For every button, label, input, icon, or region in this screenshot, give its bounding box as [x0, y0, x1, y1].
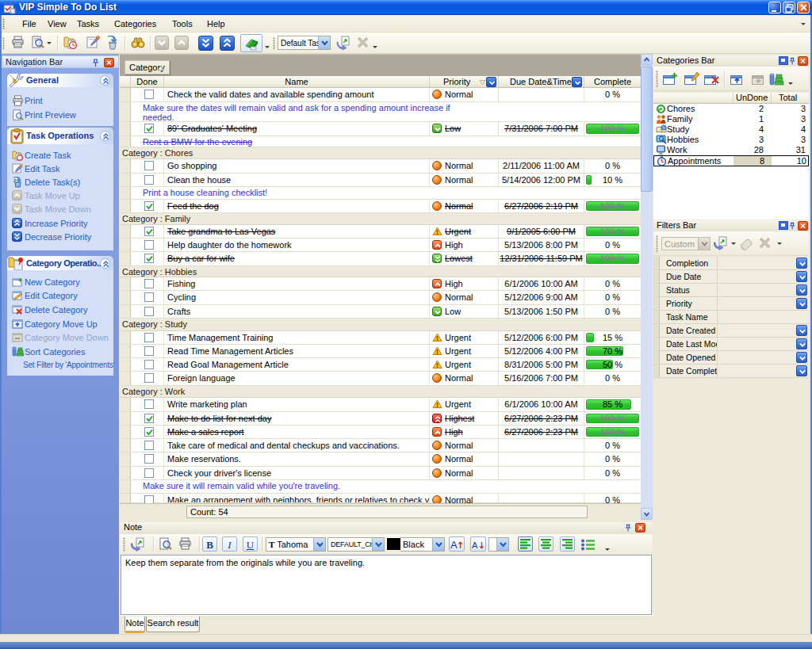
svg-text:A: A: [450, 539, 458, 550]
svg-text:A: A: [472, 540, 478, 550]
